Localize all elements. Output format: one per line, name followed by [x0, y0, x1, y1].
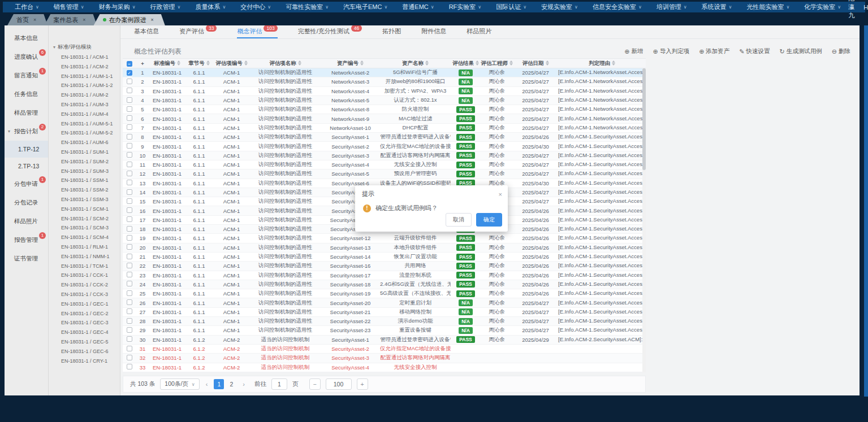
cell-checkbox[interactable] — [123, 364, 136, 371]
cell-checkbox[interactable] — [123, 180, 136, 186]
tree-item[interactable]: EN-18031-1 / GEC-6 — [49, 347, 120, 356]
row-checkbox[interactable] — [127, 244, 132, 250]
size-stepper-input[interactable] — [326, 379, 352, 390]
tab-资产评估[interactable]: 资产评估33 — [179, 27, 217, 38]
row-checkbox[interactable] — [127, 318, 132, 324]
menu-item-质量体系[interactable]: 质量体系∨ — [188, 3, 233, 11]
table-row[interactable]: 11EN-18031-16.1.1ACM-1访问控制机制的适用性Security… — [123, 160, 646, 169]
sidebar-item-证书管理[interactable]: 证书管理 — [5, 249, 48, 268]
header-cell-评估项名称[interactable]: 评估项名称 — [250, 60, 321, 67]
table-row[interactable]: 20EN-18031-16.1.1ACM-1访问控制机制的适用性Security… — [123, 243, 646, 253]
help-link[interactable]: Help — [863, 4, 868, 11]
select-all-checkbox[interactable]: − — [127, 61, 132, 67]
table-row[interactable]: 10EN-18031-16.1.1ACM-1访问控制机制的适用性Security… — [123, 151, 646, 160]
添加资产-button[interactable]: ⊕添加资产 — [699, 47, 729, 55]
cell-checkbox[interactable] — [123, 162, 136, 168]
close-icon[interactable]: × — [499, 191, 502, 198]
tree-item[interactable]: EN-18031-1 / TCM-1 — [49, 262, 120, 271]
tab-概念评估[interactable]: 概念评估103 — [237, 27, 277, 38]
cell-checkbox[interactable] — [123, 299, 136, 306]
sort-icon[interactable] — [425, 60, 429, 66]
table-row[interactable]: 27EN-18031-16.1.1ACM-1访问控制机制的适用性Security… — [123, 308, 646, 317]
table-row[interactable]: ✓1EN-18031-16.1.1ACM-1访问控制机制的适用性NetworkA… — [123, 68, 646, 77]
row-checkbox[interactable] — [127, 216, 132, 222]
tree-item[interactable]: EN-18031-1 / GEC-2 — [49, 309, 120, 319]
table-row[interactable]: 23EN-18031-16.1.1ACM-1访问控制机制的适用性Security… — [123, 271, 646, 280]
increase-button[interactable]: + — [357, 379, 368, 390]
table-row[interactable]: 4EN-18031-16.1.1ACM-1访问控制机制的适用性NetworkAs… — [123, 96, 646, 105]
cell-checkbox[interactable] — [123, 244, 136, 251]
row-checkbox[interactable] — [127, 162, 132, 167]
cell-checkbox[interactable] — [123, 272, 136, 279]
menu-item-国际认证[interactable]: 国际认证∨ — [489, 3, 534, 11]
tree-item[interactable]: EN-18031-1 / AUM-1-2 — [49, 81, 120, 90]
tree-item[interactable]: EN-18031-1 / SCM-4 — [49, 233, 120, 242]
cell-checkbox[interactable] — [123, 88, 136, 94]
sort-icon[interactable] — [244, 60, 248, 66]
tree-item[interactable]: EN-18031-1 / ACM-1 — [49, 53, 120, 62]
row-checkbox[interactable] — [127, 235, 132, 241]
sidebar-item-分包记录[interactable]: 分包记录 — [5, 193, 48, 212]
row-checkbox[interactable] — [127, 189, 132, 195]
confirm-button[interactable]: 确定 — [476, 213, 502, 227]
row-checkbox[interactable] — [127, 171, 132, 176]
next-page-button[interactable]: › — [241, 381, 246, 388]
table-row[interactable]: 33EN-18031-16.1.2ACM-2适当的访问控制机制SecurityA… — [123, 363, 646, 372]
table-row[interactable]: 3EN-18031-16.1.1ACM-1访问控制机制的适用性NetworkAs… — [123, 87, 646, 96]
row-checkbox[interactable] — [127, 346, 132, 351]
row-checkbox[interactable] — [127, 207, 132, 213]
row-checkbox[interactable] — [127, 336, 132, 342]
menu-item-信息安全实验室[interactable]: 信息安全实验室∨ — [585, 3, 649, 11]
sidebar-subitem-2.TP-13[interactable]: 2.TP-13 — [5, 158, 48, 175]
生成测试用例-button[interactable]: ↻生成测试用例 — [780, 47, 822, 55]
cell-checkbox[interactable] — [123, 189, 136, 196]
cell-checkbox[interactable] — [123, 171, 136, 177]
删除-button[interactable]: ⊖删除 — [832, 47, 850, 55]
cell-checkbox[interactable] — [123, 263, 136, 269]
row-checkbox[interactable] — [127, 180, 132, 185]
tree-item[interactable]: EN-18031-1 / SUM-2 — [49, 157, 120, 167]
sidebar-item-分包申请[interactable]: 分包申请1 — [5, 175, 48, 193]
header-cell-资产名称[interactable]: 资产名称 — [380, 60, 451, 67]
sidebar-item-报告管理[interactable]: 报告管理1 — [5, 230, 48, 249]
header-cell-标准编号[interactable]: 标准编号 — [149, 60, 185, 67]
table-row[interactable]: 29EN-18031-16.1.1ACM-1访问控制机制的适用性Security… — [123, 326, 646, 335]
cell-checkbox[interactable] — [123, 198, 136, 205]
header-cell-评估工程师[interactable]: 评估工程师 — [481, 60, 513, 67]
tree-item[interactable]: EN-18031-1 / CCK-1 — [49, 271, 120, 280]
cell-checkbox[interactable] — [123, 355, 136, 362]
快速设置-button[interactable]: ✎快速设置 — [739, 47, 770, 55]
row-checkbox[interactable] — [127, 263, 132, 268]
cell-checkbox[interactable] — [123, 207, 136, 214]
goto-page-input[interactable] — [271, 379, 287, 390]
sidebar-item-报告计划[interactable]: ▾报告计划2 — [5, 122, 48, 141]
tree-item[interactable]: EN-18031-1 / SSM-1 — [49, 176, 120, 185]
row-checkbox[interactable] — [127, 281, 132, 286]
close-icon[interactable]: × — [151, 17, 154, 23]
menu-item-工作台[interactable]: 工作台∨ — [7, 3, 46, 11]
tree-item[interactable]: EN-18031-1 / AUM-1-1 — [49, 72, 120, 81]
cell-checkbox[interactable] — [123, 216, 136, 223]
prev-page-button[interactable]: ‹ — [205, 381, 209, 388]
table-row[interactable]: 26EN-18031-16.1.1ACM-1访问控制机制的适用性Security… — [123, 298, 646, 307]
row-checkbox[interactable] — [127, 198, 132, 204]
table-row[interactable]: 19EN-18031-16.1.1ACM-1访问控制机制的适用性Security… — [123, 234, 646, 243]
sort-icon[interactable] — [476, 60, 479, 66]
header-cell-资产编号[interactable]: 资产编号 — [321, 60, 380, 67]
table-row[interactable]: 22EN-18031-16.1.1ACM-1访问控制机制的适用性Security… — [123, 262, 646, 271]
cancel-button[interactable]: 取消 — [446, 213, 472, 227]
cell-checkbox[interactable] — [123, 290, 136, 297]
row-checkbox[interactable] — [127, 355, 132, 360]
cell-checkbox[interactable] — [123, 152, 136, 159]
sort-icon[interactable] — [298, 60, 301, 66]
menu-item-普通EMC[interactable]: 普通EMC∨ — [395, 3, 441, 11]
cell-checkbox[interactable] — [123, 143, 136, 150]
table-row[interactable]: 9EN-18031-16.1.1ACM-1访问控制机制的适用性SecurityA… — [123, 142, 646, 151]
tree-item[interactable]: EN-18031-1 / AUM-2 — [49, 90, 120, 100]
tree-item[interactable]: EN-18031-1 / CCK-2 — [49, 280, 120, 290]
window-tab-在办案例跟进[interactable]: 在办案例跟进× — [94, 14, 165, 25]
tree-item[interactable]: EN-18031-1 / SCM-3 — [49, 223, 120, 233]
table-row[interactable]: 28EN-18031-16.1.1ACM-1访问控制机制的适用性Security… — [123, 317, 646, 326]
row-checkbox[interactable] — [127, 97, 132, 103]
menu-item-汽车电子EMC[interactable]: 汽车电子EMC∨ — [336, 3, 395, 11]
